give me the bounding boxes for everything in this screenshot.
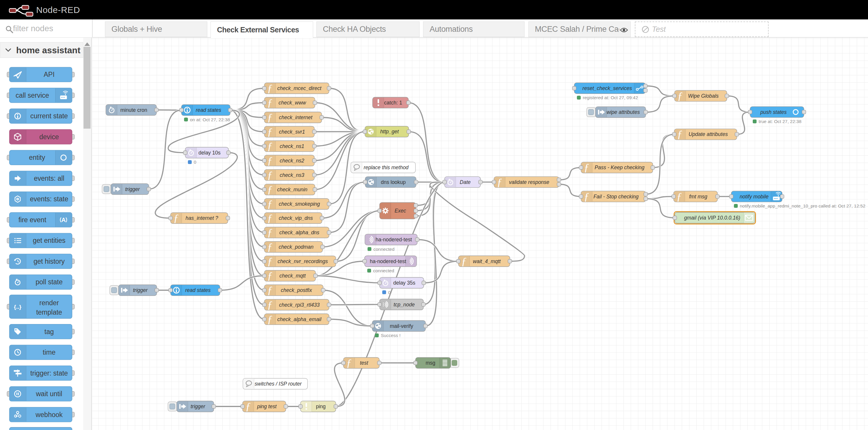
svg-text:ƒ: ƒ	[267, 299, 273, 311]
svg-text:current state: current state	[30, 112, 68, 120]
svg-text:entity: entity	[29, 154, 45, 161]
svg-text:switches / ISP router: switches / ISP router	[255, 381, 302, 387]
svg-text:trigger: trigger	[133, 287, 148, 293]
svg-text:trigger: trigger	[125, 186, 140, 192]
svg-text:ƒ: ƒ	[267, 126, 273, 138]
svg-text:push states: push states	[760, 109, 787, 115]
svg-text:connected: connected	[373, 247, 395, 252]
svg-text:ƒ: ƒ	[267, 82, 273, 94]
svg-text:trigger: state: trigger: state	[30, 369, 68, 377]
svg-text:fire event: fire event	[19, 216, 46, 224]
svg-text:ƒ: ƒ	[267, 284, 273, 296]
svg-text:A: A	[61, 217, 66, 223]
svg-text:registered at: Oct 27, 09:42: registered at: Oct 27, 09:42	[583, 95, 638, 100]
svg-text:mail-verify: mail-verify	[390, 323, 413, 329]
svg-text:ƒ: ƒ	[267, 241, 273, 253]
svg-text:0: 0	[194, 160, 196, 165]
svg-text:true at: Oct 27, 22:38: true at: Oct 27, 22:38	[758, 119, 802, 124]
svg-text:check_alpha_dns: check_alpha_dns	[279, 230, 319, 235]
svg-text:check_ns1: check_ns1	[280, 143, 304, 149]
svg-text:webhook: webhook	[35, 411, 63, 419]
svg-text:ƒ: ƒ	[267, 313, 273, 325]
svg-text:connected: connected	[373, 268, 394, 273]
svg-text:ƒ: ƒ	[267, 255, 273, 267]
svg-text:check_mcec_direct: check_mcec_direct	[277, 85, 322, 91]
svg-text:ƒ: ƒ	[497, 176, 502, 188]
svg-text:gmail (via VIP 10.0.0.16): gmail (via VIP 10.0.0.16)	[684, 215, 740, 221]
svg-text:ƒ: ƒ	[346, 357, 352, 369]
svg-text:Update attributes: Update attributes	[689, 131, 728, 137]
svg-text:ƒ: ƒ	[267, 169, 273, 181]
svg-text:check_postfix: check_postfix	[281, 287, 312, 293]
svg-text:has_internet ?: has_internet ?	[186, 215, 218, 221]
svg-text:validate response: validate response	[509, 179, 549, 185]
svg-text:Date: Date	[460, 179, 471, 185]
svg-text:notify.mobile_app_redmi_note_1: notify.mobile_app_redmi_note_10_pro call…	[740, 203, 865, 208]
svg-text:check_alpha_email: check_alpha_email	[277, 316, 322, 322]
svg-text:ƒ: ƒ	[174, 212, 179, 224]
svg-text:API: API	[43, 70, 54, 78]
svg-text:call service: call service	[16, 91, 49, 99]
svg-text:ƒ: ƒ	[267, 270, 273, 282]
svg-text:get history: get history	[33, 258, 65, 265]
svg-text:get entities: get entities	[33, 237, 65, 244]
svg-text:check_vip_dns: check_vip_dns	[279, 215, 313, 221]
svg-text:check_munin: check_munin	[277, 187, 307, 193]
svg-text:wait_4_mqtt: wait_4_mqtt	[473, 258, 501, 264]
svg-text:ƒ: ƒ	[677, 191, 682, 202]
svg-text:on at: Oct 27, 22:38: on at: Oct 27, 22:38	[190, 117, 230, 122]
svg-text:notify mobile: notify mobile	[740, 194, 769, 200]
svg-text:ƒ: ƒ	[246, 401, 251, 412]
svg-text:msg: msg	[426, 360, 435, 366]
svg-text:0: 0	[388, 290, 391, 295]
svg-text:check_svr1: check_svr1	[279, 129, 305, 135]
svg-text:check_mqtt: check_mqtt	[279, 273, 306, 279]
svg-text:device: device	[39, 133, 59, 141]
svg-text:{..}: {..}	[14, 304, 22, 310]
svg-text:reset_check_services: reset_check_services	[583, 85, 632, 91]
svg-text:catch: 1: catch: 1	[384, 100, 402, 106]
svg-text:trigger: trigger	[190, 403, 206, 409]
svg-text:render: render	[39, 299, 59, 307]
svg-text:poll state: poll state	[36, 278, 63, 286]
svg-text:ƒ: ƒ	[267, 198, 273, 210]
svg-text:delay 10s: delay 10s	[198, 150, 220, 156]
svg-text:read states: read states	[196, 107, 221, 113]
svg-text:ƒ: ƒ	[267, 112, 273, 123]
svg-text:test: test	[360, 360, 368, 366]
svg-text:delay 35s: delay 35s	[394, 280, 415, 286]
svg-text:ƒ: ƒ	[267, 97, 273, 109]
svg-text:wipe attributes: wipe attributes	[607, 109, 640, 115]
svg-text:Exec: Exec	[395, 208, 406, 214]
svg-text:Wipe Globals: Wipe Globals	[688, 93, 719, 99]
svg-text:ƒ: ƒ	[267, 212, 273, 224]
svg-text:check_www: check_www	[278, 100, 306, 106]
svg-text:ƒ: ƒ	[267, 155, 273, 167]
svg-text:ƒ: ƒ	[267, 227, 273, 238]
svg-text:ping: ping	[316, 403, 326, 409]
svg-text:time: time	[43, 348, 55, 356]
svg-text:ƒ: ƒ	[678, 90, 683, 102]
svg-text:ƒ: ƒ	[461, 255, 467, 267]
svg-text:ƒ: ƒ	[584, 191, 589, 202]
svg-text:events: all: events: all	[34, 175, 64, 182]
svg-text:check_rpi3_rtl433: check_rpi3_rtl433	[279, 302, 320, 308]
svg-text:check_smokeping: check_smokeping	[279, 201, 320, 207]
svg-text:minute cron: minute cron	[120, 107, 147, 113]
svg-text:ping test: ping test	[257, 403, 277, 409]
svg-text:http_get: http_get	[380, 128, 399, 135]
svg-text:check_nvr_recordings: check_nvr_recordings	[278, 258, 328, 264]
svg-text:Success !: Success !	[381, 333, 401, 338]
svg-text:Fail - Stop checking: Fail - Stop checking	[593, 194, 639, 200]
svg-text:template: template	[36, 309, 62, 316]
svg-text:fmt msg: fmt msg	[689, 194, 707, 200]
svg-text:replace this method: replace this method	[364, 165, 409, 170]
svg-text:dns lookup: dns lookup	[381, 179, 406, 185]
svg-text:wait until: wait until	[36, 390, 62, 398]
svg-text:Pass - Keep checking: Pass - Keep checking	[594, 165, 645, 170]
svg-text:check_internet: check_internet	[279, 114, 313, 120]
svg-text:ƒ: ƒ	[677, 128, 682, 140]
svg-text:ƒ: ƒ	[267, 184, 273, 195]
svg-text:tcp_node: tcp_node	[394, 302, 414, 308]
svg-text:ƒ: ƒ	[267, 140, 273, 152]
